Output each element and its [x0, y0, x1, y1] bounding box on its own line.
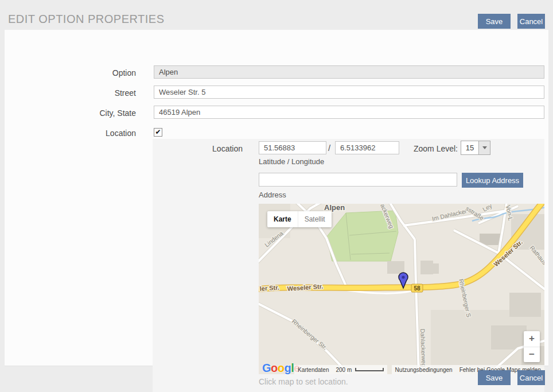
map-type-control: Karte Satellit	[267, 211, 332, 227]
latlng-hint: Latitude / Longitude	[259, 157, 324, 166]
zoom-in-button[interactable]: +	[524, 331, 540, 347]
map[interactable]: 58 Alpen ler Str. Weseler Str. Weseler S…	[259, 204, 544, 374]
location-label: Location	[5, 129, 136, 138]
street-label: Street	[5, 88, 136, 98]
zoom-level-value: 15	[461, 141, 478, 154]
map-type-satellite-button[interactable]: Satellit	[298, 211, 332, 227]
city-state-label: City, State	[5, 108, 136, 118]
lookup-address-button[interactable]: Lookup Address	[462, 173, 523, 188]
map-data-label: Kartendaten	[294, 365, 333, 374]
street-input[interactable]	[154, 86, 544, 99]
map-scale: 200 m	[333, 365, 388, 374]
click-map-hint: Click map to set location.	[259, 377, 348, 386]
map-terms-link[interactable]: Nutzungsbedingungen	[392, 365, 456, 374]
address-hint: Address	[259, 191, 286, 199]
map-place-label: Alpen	[324, 204, 345, 212]
latitude-input[interactable]	[259, 141, 326, 154]
map-type-map-button[interactable]: Karte	[267, 211, 298, 227]
save-button-bottom[interactable]: Save	[478, 370, 511, 385]
location-coords-label: Location	[177, 144, 243, 153]
zoom-level-select[interactable]: 15	[461, 141, 490, 155]
map-zoom-control: + −	[524, 331, 540, 362]
map-road-label: Weseler Str.	[287, 283, 323, 292]
map-road-label: Dahlackerweg	[419, 329, 427, 367]
map-scale-label: 200 m	[336, 367, 352, 373]
map-road-label: Rheinberger Str.	[291, 317, 329, 351]
option-input[interactable]	[154, 65, 544, 79]
longitude-input[interactable]	[335, 141, 399, 154]
map-canvas: 58 Alpen ler Str. Weseler Str. Weseler S…	[259, 204, 544, 374]
zoom-out-button[interactable]: −	[524, 347, 540, 363]
latlng-separator: /	[328, 143, 330, 153]
chevron-down-icon	[478, 141, 490, 154]
map-road-label: ler Str.	[259, 284, 279, 292]
form-panel: Option Street City, State Location ✔ Loc…	[5, 30, 548, 366]
save-button[interactable]: Save	[478, 14, 511, 29]
location-checkbox[interactable]: ✔	[154, 128, 162, 137]
zoom-level-label: Zoom Level:	[400, 144, 458, 153]
map-scale-bar	[355, 368, 384, 371]
city-state-input[interactable]	[154, 106, 544, 119]
map-marker-dot	[402, 275, 404, 278]
route-badge-label: 58	[414, 285, 420, 292]
option-label: Option	[5, 68, 136, 77]
page-title: EDIT OPTION PROPERTIES	[8, 13, 165, 26]
cancel-button-bottom[interactable]: Cancel	[517, 370, 545, 385]
address-lookup-input[interactable]	[259, 173, 457, 187]
edit-option-properties-page: EDIT OPTION PROPERTIES Save Cancel Optio…	[0, 0, 553, 392]
checkmark-icon: ✔	[155, 128, 161, 136]
cancel-button[interactable]: Cancel	[517, 14, 545, 29]
